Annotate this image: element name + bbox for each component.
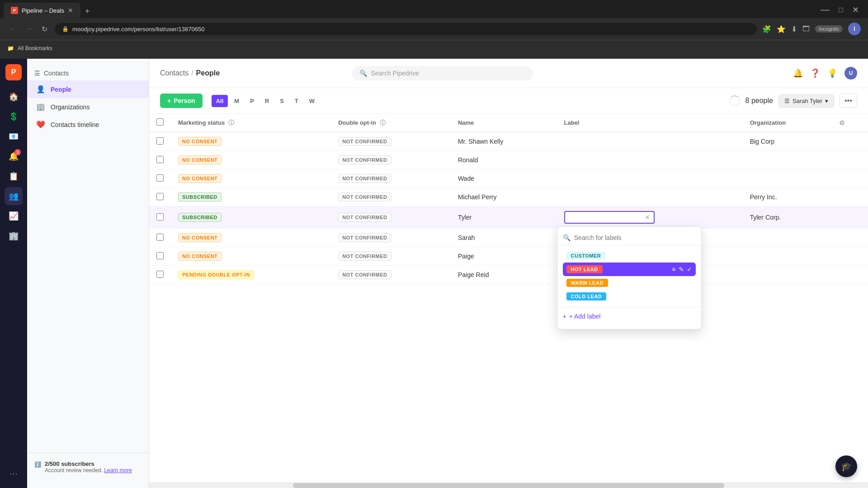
tab-close-btn[interactable]: ✕ — [68, 7, 73, 14]
horizontal-scrollbar[interactable] — [149, 483, 868, 488]
name-cell[interactable]: Tyler — [451, 206, 557, 229]
optin-tag: NOT CONFIRMED — [338, 270, 391, 279]
sidebar-icon-deals[interactable]: 💲 — [5, 108, 23, 126]
global-search-bar[interactable]: 🔍 Search Pipedrive — [352, 66, 533, 80]
org-cell[interactable]: Big Corp — [743, 132, 832, 151]
row-checkbox[interactable] — [156, 174, 164, 182]
sidebar-icon-contacts[interactable]: 👥 — [5, 187, 23, 205]
scrollbar-thumb[interactable] — [293, 483, 724, 488]
user-avatar[interactable]: U — [844, 67, 857, 80]
label-cell-tyler[interactable]: ✕ 🔍 CUST — [557, 206, 743, 229]
sidebar-icon-activities[interactable]: 🔔 3 — [5, 147, 23, 165]
filter-tab-t[interactable]: T — [290, 95, 303, 107]
name-cell[interactable]: Paige — [451, 247, 557, 266]
sidebar-icon-reports[interactable]: 📈 — [5, 207, 23, 225]
learn-more-link[interactable]: Learn more — [104, 467, 132, 474]
panel-header-label: Contacts — [44, 70, 69, 77]
edit-label-icon[interactable]: ✎ — [679, 266, 684, 273]
optin-tag: NOT CONFIRMED — [338, 233, 391, 242]
profile-icon[interactable]: 🗔 — [802, 25, 810, 33]
sidebar-icon-mail[interactable]: 📧 — [5, 127, 23, 145]
back-button[interactable]: ← — [7, 23, 18, 35]
nav-item-people[interactable]: 👤 People — [27, 80, 149, 98]
org-cell[interactable] — [743, 169, 832, 188]
dropdown-item-customer[interactable]: CUSTOMER — [563, 249, 696, 263]
org-cell[interactable] — [743, 151, 832, 169]
marketing-cell: SUBSCRIBED — [171, 188, 331, 206]
sidebar-icon-home[interactable]: 🏠 — [5, 88, 23, 106]
row-checkbox[interactable] — [156, 137, 164, 145]
label-cell[interactable] — [557, 151, 743, 169]
filter-tab-m[interactable]: M — [230, 95, 244, 107]
breadcrumb-parent[interactable]: Contacts — [160, 69, 189, 77]
filter-tab-s[interactable]: S — [275, 95, 288, 107]
marketing-tag: PENDING DOUBLE OPT-IN — [178, 270, 254, 279]
panel-header[interactable]: ☰ Contacts — [27, 66, 149, 80]
sidebar-icon-leads[interactable]: 📋 — [5, 167, 23, 185]
label-cell[interactable] — [557, 132, 743, 151]
name-cell[interactable]: Mr. Shawn Kelly — [451, 132, 557, 151]
label-clear-icon[interactable]: ✕ — [645, 214, 650, 221]
dropdown-item-warm-lead[interactable]: WARM LEAD — [563, 276, 696, 290]
sidebar-icon-more[interactable]: ⋯ — [5, 465, 23, 483]
more-options-button[interactable]: ••• — [840, 94, 857, 108]
row-checkbox[interactable] — [156, 252, 164, 259]
col-marketing-status[interactable]: Marketing status ⓘ — [171, 114, 331, 132]
col-organization[interactable]: Organization — [743, 114, 832, 132]
new-tab-button[interactable]: + — [81, 5, 94, 18]
address-bar[interactable]: 🔒 moodjoy.pipedrive.com/persons/list/use… — [55, 23, 757, 35]
col-label[interactable]: Label — [557, 114, 743, 132]
dropdown-item-hot-lead[interactable]: HOT LEAD ≡ ✎ ✓ — [563, 263, 696, 276]
filter-tab-all[interactable]: All — [212, 95, 228, 107]
add-label-button[interactable]: + + Add label — [563, 311, 601, 322]
name-cell[interactable]: Paige Reid — [451, 266, 557, 284]
activities-badge: 3 — [14, 149, 21, 155]
name-cell[interactable]: Ronald — [451, 151, 557, 169]
org-cell[interactable]: Perry Inc. — [743, 188, 832, 206]
reload-button[interactable]: ↻ — [40, 23, 49, 35]
column-settings-icon[interactable]: ⚙ — [839, 119, 845, 127]
label-input-active[interactable]: ✕ — [564, 211, 655, 224]
row-checkbox[interactable] — [156, 193, 164, 200]
profile-avatar[interactable]: I — [848, 23, 861, 35]
row-checkbox[interactable] — [156, 213, 164, 221]
label-search-input[interactable] — [574, 234, 696, 241]
extensions-icon[interactable]: 🧩 — [762, 25, 771, 33]
support-fab[interactable]: 🎓 — [835, 455, 857, 477]
filter-tab-w[interactable]: W — [305, 95, 319, 107]
row-checkbox[interactable] — [156, 271, 164, 278]
org-cell-tyler[interactable]: Tyler Corp. — [743, 206, 832, 229]
check-label-icon[interactable]: ✓ — [687, 266, 692, 273]
forward-button[interactable]: → — [24, 23, 34, 35]
drag-handle-icon[interactable]: ≡ — [672, 266, 675, 273]
org-cell[interactable] — [743, 247, 832, 266]
select-all-checkbox[interactable] — [156, 118, 164, 126]
settings-icon[interactable]: 💡 — [827, 68, 837, 78]
row-checkbox[interactable] — [156, 156, 164, 163]
name-cell[interactable]: Michael Perry — [451, 188, 557, 206]
dropdown-item-cold-lead[interactable]: COLD LEAD — [563, 290, 696, 303]
col-settings[interactable]: ⚙ — [832, 114, 868, 132]
browser-tab-active[interactable]: P Pipeline – Deals ✕ — [4, 3, 80, 18]
org-cell[interactable] — [743, 229, 832, 247]
filter-tab-p[interactable]: P — [245, 95, 259, 107]
notifications-icon[interactable]: 🔔 — [793, 68, 803, 78]
help-icon[interactable]: ❓ — [810, 68, 820, 78]
label-cell[interactable] — [557, 169, 743, 188]
bookmarks-label[interactable]: All Bookmarks — [18, 45, 52, 52]
row-checkbox[interactable] — [156, 234, 164, 241]
name-cell[interactable]: Sarah — [451, 229, 557, 247]
org-cell[interactable] — [743, 266, 832, 284]
label-cell[interactable] — [557, 188, 743, 206]
col-double-optin[interactable]: Double opt-in ⓘ — [331, 114, 451, 132]
add-person-button[interactable]: + Person — [160, 94, 203, 108]
filter-tab-r[interactable]: R — [260, 95, 274, 107]
nav-item-organizations[interactable]: 🏢 Organizations — [27, 98, 149, 116]
download-icon[interactable]: ⬇ — [791, 25, 797, 33]
name-cell[interactable]: Wade — [451, 169, 557, 188]
sidebar-icon-products[interactable]: 🏢 — [5, 227, 23, 245]
user-filter-button[interactable]: ☰ Sarah Tyler ▾ — [778, 94, 834, 108]
col-name[interactable]: Name — [451, 114, 557, 132]
bookmark-icon[interactable]: ⭐ — [777, 25, 786, 33]
nav-item-contacts-timeline[interactable]: ❤️ Contacts timeline — [27, 116, 149, 133]
